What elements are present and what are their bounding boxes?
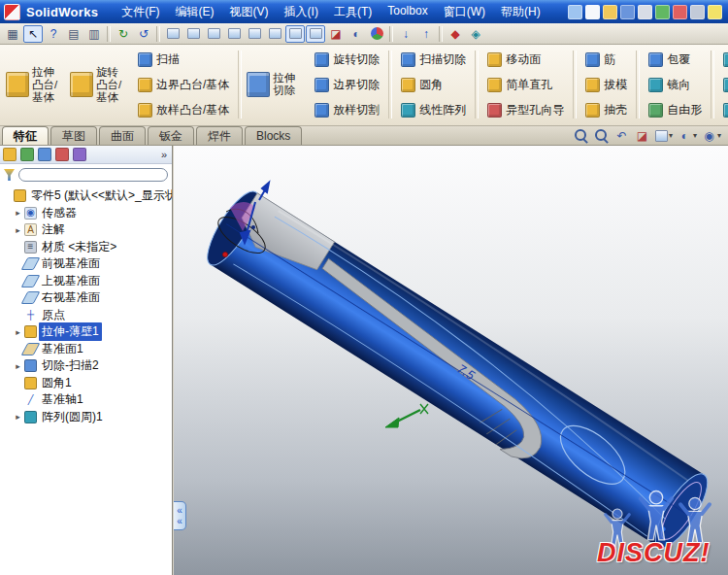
view-left-icon[interactable]: [204, 25, 223, 43]
expand-arrow-icon[interactable]: ▸: [14, 208, 22, 218]
tab-features[interactable]: 特征: [2, 126, 49, 145]
configurationmanager-tab-icon[interactable]: [38, 148, 51, 161]
indent-button[interactable]: 压凹: [718, 49, 728, 70]
rib-button[interactable]: 筋: [580, 49, 632, 70]
save-icon[interactable]: [620, 5, 635, 19]
view-isometric-icon[interactable]: [285, 25, 305, 43]
hole-wizard-button[interactable]: 异型孔向导: [482, 99, 569, 120]
extruded-boss-base-button[interactable]: 拉伸凸台/基体: [3, 47, 67, 122]
freeform-button[interactable]: 自由形: [644, 99, 707, 120]
view-bottom-icon[interactable]: [265, 25, 284, 43]
sketch-point[interactable]: [222, 252, 227, 256]
dimxpertmanager-tab-icon[interactable]: [55, 148, 69, 161]
view-orientation-icon[interactable]: ▾: [655, 130, 673, 142]
boundary-boss-base-button[interactable]: 边界凸台/基体: [133, 74, 234, 95]
menu-help[interactable]: 帮助(H): [493, 2, 548, 22]
tab-sheet-metal[interactable]: 钣金: [148, 126, 194, 145]
redraw-icon[interactable]: ↺: [134, 25, 153, 43]
view-front-icon[interactable]: [163, 25, 182, 43]
section-view-icon[interactable]: ◪: [635, 128, 650, 143]
panel-collapse-control[interactable]: « «: [174, 501, 186, 530]
tab-sketch[interactable]: 草图: [50, 126, 97, 145]
mirror-button[interactable]: 镜向: [644, 74, 707, 95]
model-canvas[interactable]: 7.5: [174, 146, 728, 575]
panel-overflow-chevron[interactable]: »: [161, 149, 169, 160]
open-icon[interactable]: [603, 5, 617, 19]
zoom-to-fit-icon[interactable]: [574, 128, 589, 143]
tree-item-annotations[interactable]: ▸ A 注解: [0, 221, 172, 239]
menu-view[interactable]: 视图(V): [222, 2, 277, 22]
search-icon[interactable]: [568, 5, 582, 19]
linear-pattern-button[interactable]: 线性阵列: [396, 99, 471, 120]
split-button[interactable]: 分割: [718, 99, 728, 120]
tree-item-front-plane[interactable]: 前视基准面: [0, 255, 172, 273]
tree-item-fillet1[interactable]: 圆角1: [0, 375, 172, 392]
paste-icon[interactable]: ▥: [84, 25, 104, 43]
menu-edit[interactable]: 编辑(E): [168, 2, 222, 22]
tab-surfaces[interactable]: 曲面: [99, 126, 146, 145]
flex-button[interactable]: 弯曲: [718, 74, 728, 95]
view-right-icon[interactable]: [224, 25, 244, 43]
revolved-cut-button[interactable]: 旋转切除: [310, 49, 384, 70]
grid-system-icon[interactable]: ▦: [3, 25, 22, 43]
menu-tools[interactable]: 工具(T): [326, 2, 380, 22]
draft-button[interactable]: 拔模: [580, 74, 632, 95]
undo-icon[interactable]: [655, 5, 670, 19]
help-pointer-icon[interactable]: ?: [44, 25, 63, 43]
menu-window[interactable]: 窗口(W): [436, 2, 493, 22]
previous-view-icon[interactable]: ↶: [614, 128, 630, 143]
rebuild-icon[interactable]: ↻: [114, 25, 133, 43]
tree-item-material[interactable]: ≡ 材质 <未指定>: [0, 239, 172, 256]
view-top-icon[interactable]: [245, 25, 264, 43]
revolved-boss-base-button[interactable]: 旋转凸台/基体: [67, 47, 131, 122]
displaymanager-tab-icon[interactable]: [73, 148, 86, 161]
menu-insert[interactable]: 插入(I): [277, 2, 326, 22]
expand-arrow-icon[interactable]: ▸: [14, 327, 22, 337]
design-library-icon[interactable]: ◈: [466, 25, 485, 43]
tree-item-circular-pattern1[interactable]: ▸ 阵列(圆周)1: [0, 409, 172, 426]
tab-weldments[interactable]: 焊件: [196, 126, 243, 145]
move-up-icon[interactable]: ↑: [416, 25, 436, 43]
extruded-cut-button[interactable]: 拉伸切除: [244, 47, 308, 122]
lofted-boss-base-button[interactable]: 放样凸台/基体: [133, 99, 234, 120]
tree-item-axis1[interactable]: ╱ 基准轴1: [0, 391, 172, 409]
tree-item-top-plane[interactable]: 上视基准面: [0, 273, 172, 290]
green-direction-arrow[interactable]: [385, 404, 428, 427]
tree-item-extrude-thin1[interactable]: ▸ 拉伸-薄壁1: [0, 323, 172, 341]
view-trimetric-icon[interactable]: [306, 25, 325, 43]
simple-hole-button[interactable]: 简单直孔: [482, 74, 569, 95]
options-icon[interactable]: [690, 5, 705, 19]
print-icon[interactable]: [638, 5, 652, 19]
graphics-area[interactable]: 7.5 DISCUZ! « «: [174, 146, 728, 575]
expand-arrow-icon[interactable]: ▸: [14, 412, 22, 422]
tab-blocks[interactable]: Blocks: [245, 126, 302, 145]
shell-button[interactable]: 抽壳: [580, 99, 632, 120]
tree-item-cut-sweep2[interactable]: ▸ 切除-扫描2: [0, 357, 172, 375]
expand-arrow-icon[interactable]: ▸: [14, 361, 22, 371]
display-style-icon[interactable]: ◐: [347, 25, 366, 43]
rebuild-icon[interactable]: [673, 5, 687, 19]
menu-toolbox[interactable]: Toolbox: [380, 2, 435, 22]
expand-arrow-icon[interactable]: ▸: [14, 225, 22, 235]
menu-file[interactable]: 文件(F): [114, 2, 167, 22]
swept-boss-base-button[interactable]: 扫描: [133, 49, 234, 70]
appearance-sphere-icon[interactable]: [367, 25, 386, 43]
tree-item-right-plane[interactable]: 右视基准面: [0, 289, 172, 307]
hide-show-items-icon[interactable]: ◉ ▾: [702, 128, 721, 143]
view-back-icon[interactable]: [183, 25, 203, 43]
help-icon[interactable]: [708, 5, 722, 19]
move-face-button[interactable]: 移动面: [482, 49, 569, 70]
boundary-cut-button[interactable]: 边界切除: [310, 74, 384, 95]
zoom-to-area-icon[interactable]: [594, 128, 610, 143]
featuremanager-tree-tab-icon[interactable]: [3, 148, 17, 161]
new-document-icon[interactable]: [585, 5, 600, 19]
display-style-icon[interactable]: ◐ ▾: [678, 128, 697, 143]
move-down-icon[interactable]: ↓: [396, 25, 415, 43]
tree-item-plane1[interactable]: 基准面1: [0, 341, 172, 358]
copy-icon[interactable]: ▤: [64, 25, 83, 43]
wrap-button[interactable]: 包覆: [644, 49, 707, 70]
tree-filter-input[interactable]: [18, 168, 168, 182]
select-arrow-icon[interactable]: ↖: [23, 25, 43, 43]
tree-item-sensors[interactable]: ▸ ◉ 传感器: [0, 205, 172, 222]
fillet-button[interactable]: 圆角: [396, 74, 471, 95]
